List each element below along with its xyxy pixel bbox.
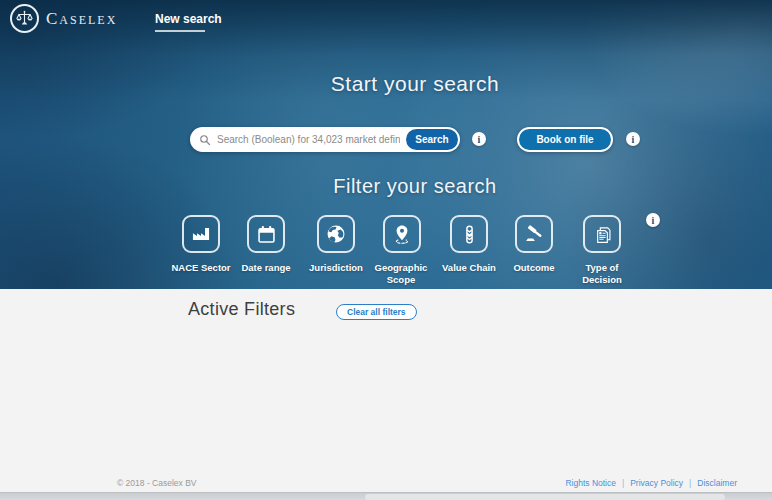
filter-search-title: Filter your search [115,175,715,198]
nav-active-underline [155,30,205,32]
book-on-file-button[interactable]: Book on file [517,127,613,152]
scrollbar-thumb[interactable] [365,494,725,500]
filter-tile-value-chain[interactable] [450,215,488,253]
clear-all-filters-button[interactable]: Clear all filters [336,304,417,320]
filter-tile-nace-sector[interactable] [182,215,220,253]
filter-tile-geographic-scope[interactable] [383,215,421,253]
rights-notice-link[interactable]: Rights Notice [565,478,616,488]
search-button[interactable]: Search [406,129,458,150]
filter-tile-type-of-decision[interactable] [583,215,621,253]
map-pin-icon [391,223,413,245]
value-chain-icon [459,224,480,245]
footer-links: Rights Notice | Privacy Policy | Disclai… [565,478,737,488]
calendar-icon [256,224,277,245]
filters-info-icon[interactable]: i [646,213,660,227]
disclaimer-link[interactable]: Disclaimer [697,478,737,488]
active-filters-section [0,289,772,500]
search-input[interactable] [211,134,406,145]
filter-label-outcome: Outcome [499,262,569,274]
privacy-policy-link[interactable]: Privacy Policy [630,478,683,488]
filter-tile-date-range[interactable] [247,215,285,253]
filter-label-type-of-decision: Type of Decision [571,262,633,286]
horizontal-scrollbar[interactable] [0,492,772,500]
search-info-icon[interactable]: i [472,132,486,146]
footer-separator: | [622,478,624,488]
documents-icon [592,224,613,245]
filter-label-value-chain: Value Chain [434,262,504,274]
book-info-icon[interactable]: i [626,132,640,146]
search-icon [199,134,211,146]
caselex-search-page: Caselex New search Start your search Sea… [0,0,772,500]
gavel-icon [523,223,545,245]
brand-name: Caselex [46,10,117,27]
globe-icon [325,223,347,245]
search-bar: Search [190,127,460,152]
nav-new-search[interactable]: New search [155,12,222,26]
filter-label-geographic-scope: Geographic Scope [370,262,432,286]
active-filters-title: Active Filters [188,299,295,320]
filter-tile-outcome[interactable] [515,215,553,253]
caselex-logo[interactable]: Caselex [10,4,117,33]
filter-tile-jurisdiction[interactable] [317,215,355,253]
footer-separator: | [689,478,691,488]
start-search-title: Start your search [115,72,715,96]
filter-label-nace-sector: NACE Sector [166,262,236,274]
factory-icon [190,223,212,245]
filter-label-date-range: Date range [231,262,301,274]
copyright-text: © 2018 - Caselex BV [117,478,197,488]
scales-of-justice-icon [10,4,39,33]
filter-label-jurisdiction: Jurisdiction [301,262,371,274]
